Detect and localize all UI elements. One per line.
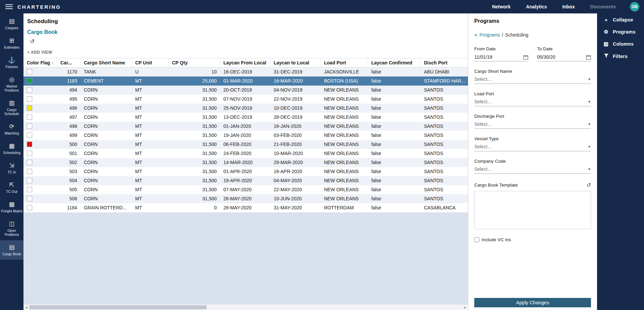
color-flag-cell — [23, 185, 57, 194]
sidebar-item-cargoes[interactable]: ▤Cargoes — [0, 14, 23, 34]
nav-network[interactable]: Network — [492, 4, 511, 9]
vessel-type-select[interactable]: Select...▾ — [474, 141, 591, 151]
from-date-input[interactable] — [474, 54, 523, 60]
color-flag-swatch[interactable] — [27, 114, 32, 120]
to-date-input[interactable] — [537, 54, 586, 60]
calendar-icon[interactable] — [523, 55, 528, 60]
color-flag-swatch[interactable] — [27, 123, 32, 129]
panel-title: Programs — [474, 18, 591, 24]
table-cell: 10-JUN-2020 — [270, 194, 321, 203]
main-content: Scheduling Cargo Book ↺ + ADD VIEW Color… — [23, 13, 468, 310]
column-header-color-flag[interactable]: Color Flag↑ — [23, 58, 57, 67]
avatar[interactable]: OB — [630, 2, 639, 11]
color-flag-swatch[interactable] — [27, 178, 32, 183]
sidebar-item-tc-out[interactable]: ⇱TC Out — [0, 178, 23, 197]
sidebar-item-freight-matrix[interactable]: ▦Freight Matrix — [0, 197, 23, 217]
scroll-left-arrow-icon[interactable]: ◀ — [23, 305, 29, 310]
table-cell: 495 — [57, 95, 80, 104]
scroll-right-arrow-icon[interactable]: ▶ — [462, 305, 468, 310]
color-flag-swatch[interactable] — [27, 151, 32, 156]
nav-inbox[interactable]: Inbox — [562, 4, 575, 9]
color-flag-swatch[interactable] — [27, 205, 32, 210]
apply-changes-button[interactable]: Apply Changes — [474, 298, 591, 307]
table-row[interactable]: 498CORNMT31,50001-JAN-202016-JAN-2020NEW… — [23, 122, 468, 131]
column-header-laycan-to-local[interactable]: Laycan to Local — [270, 58, 321, 67]
table-cell: NEW ORLEANS — [321, 185, 368, 194]
color-flag-swatch[interactable] — [27, 133, 32, 138]
scrollbar-thumb[interactable] — [29, 305, 207, 309]
cargo-short-name-select[interactable]: Select...▾ — [474, 74, 591, 84]
table-row[interactable]: 1184GRAIN ROTTERD...MT028-MAY-202031-MAY… — [23, 203, 468, 212]
sidebar-item-estimates[interactable]: ⊞Estimates — [0, 34, 23, 53]
table-cell: false — [368, 76, 421, 86]
column-header-laycan-from-local[interactable]: Laycan From Local — [220, 58, 270, 67]
load-port-select[interactable]: Select...▾ — [474, 96, 591, 106]
table-cell: NEW ORLEANS — [321, 86, 368, 95]
sidebar-item-market-positions[interactable]: ◎Market Positions — [0, 72, 23, 96]
sidebar-item-scheduling[interactable]: ▦Scheduling — [0, 139, 23, 158]
column-header-disch-port[interactable]: Disch Port — [421, 58, 468, 67]
table-cell: SANTOS — [421, 167, 468, 176]
table-row[interactable]: 496CORNMT31,50025-NOV-201910-DEC-2019NEW… — [23, 104, 468, 113]
sidebar-item-tc-in[interactable]: ⇲TC In — [0, 158, 23, 178]
table-cell: 10 — [169, 67, 220, 76]
column-header-laycan-confirmed[interactable]: Laycan Confirmed — [368, 58, 421, 67]
column-header-cargo-short-name[interactable]: Cargo Short Name — [80, 58, 132, 67]
table-cell: MT — [132, 167, 169, 176]
breadcrumb-programs-link[interactable]: Programs — [479, 32, 500, 38]
table-row[interactable]: 502CORNMT31,50014-MAR-202029-MAR-2020NEW… — [23, 158, 468, 167]
company-code-select[interactable]: Select...▾ — [474, 164, 591, 174]
column-header-cp-qty[interactable]: CP Qty — [169, 58, 220, 67]
table-row[interactable]: 1183CEMENTMT25,00001-MAR-202016-MAR-2020… — [23, 76, 468, 86]
rail-item-columns[interactable]: ▥Columns — [597, 38, 644, 50]
table-row[interactable]: 505CORNMT31,50007-MAY-202022-MAY-2020NEW… — [23, 185, 468, 194]
rail-item-filters[interactable]: Filters — [597, 50, 644, 62]
reset-template-icon[interactable]: ↺ — [587, 182, 591, 188]
hamburger-menu-icon[interactable] — [5, 3, 13, 10]
color-flag-swatch[interactable] — [27, 78, 32, 84]
column-header-car[interactable]: Car... — [57, 58, 80, 67]
nav-analytics[interactable]: Analytics — [526, 4, 547, 9]
table-row[interactable]: 495CORNMT31,50007-NOV-201922-NOV-2019NEW… — [23, 95, 468, 104]
color-flag-swatch[interactable] — [27, 196, 32, 201]
calendar-icon[interactable] — [586, 55, 591, 60]
sidebar-item-matching[interactable]: ⟳Matching — [0, 119, 23, 139]
scrollbar-track[interactable] — [29, 305, 462, 310]
color-flag-swatch[interactable] — [27, 96, 32, 102]
color-flag-swatch[interactable] — [27, 187, 32, 192]
horizontal-scrollbar[interactable]: ◀ ▶ — [23, 304, 468, 310]
sidebar-item-cargo-schedule[interactable]: ▥Cargo Schedule — [0, 96, 23, 119]
nav-documents[interactable]: Documents — [590, 4, 616, 9]
rail-item-programs[interactable]: ⚙Programs — [597, 26, 644, 38]
table-row[interactable]: 1170TANKU1016-DEC-201931-DEC-2019JACKSON… — [23, 67, 468, 76]
column-header-cp-unit[interactable]: CP Unit — [132, 58, 169, 67]
discharge-port-select[interactable]: Select...▾ — [474, 119, 591, 129]
table-row[interactable]: 500CORNMT31,50006-FEB-202021-FEB-2020NEW… — [23, 140, 468, 149]
table-row[interactable]: 503CORNMT31,50001-APR-202016-APR-2020NEW… — [23, 167, 468, 176]
rail-item-collapse[interactable]: »Collapse — [597, 14, 644, 26]
table-row[interactable]: 497CORNMT31,50013-DEC-201928-DEC-2019NEW… — [23, 113, 468, 122]
cargo-book-template-input[interactable] — [474, 191, 591, 229]
color-flag-swatch[interactable] — [27, 160, 32, 165]
column-header-load-port[interactable]: Load Port — [321, 58, 368, 67]
color-flag-swatch[interactable] — [27, 105, 32, 111]
table-row[interactable]: 499CORNMT31,50019-JAN-202003-FEB-2020NEW… — [23, 131, 468, 140]
include-vc-ins-checkbox[interactable] — [474, 237, 479, 242]
sidebar-item-open-positions[interactable]: ◫Open Positions — [0, 217, 23, 240]
table-cell: 504 — [57, 176, 80, 185]
reset-view-icon[interactable]: ↺ — [30, 38, 35, 45]
double-chevron-left-icon[interactable]: « — [474, 33, 477, 37]
color-flag-swatch[interactable] — [27, 87, 32, 93]
color-flag-swatch[interactable] — [27, 169, 32, 174]
table-row[interactable]: 506CORNMT31,50026-MAY-202010-JUN-2020NEW… — [23, 194, 468, 203]
color-flag-swatch[interactable] — [27, 69, 32, 74]
table-cell: NEW ORLEANS — [321, 113, 368, 122]
table-cell: 25,000 — [169, 76, 220, 86]
sidebar-item-fixtures[interactable]: ⚓Fixtures — [0, 53, 23, 72]
add-view-button[interactable]: + ADD VIEW — [27, 50, 468, 55]
sidebar-item-cargo-book[interactable]: ▤Cargo Book — [0, 240, 23, 260]
color-flag-swatch[interactable] — [27, 142, 32, 147]
table-row[interactable]: 504CORNMT31,50019-APR-202004-MAY-2020NEW… — [23, 176, 468, 185]
table-row[interactable]: 501CORNMT31,50024-FEB-202010-MAR-2020NEW… — [23, 149, 468, 158]
table-row[interactable]: 494CORNMT31,50020-OCT-201904-NOV-2019NEW… — [23, 86, 468, 95]
